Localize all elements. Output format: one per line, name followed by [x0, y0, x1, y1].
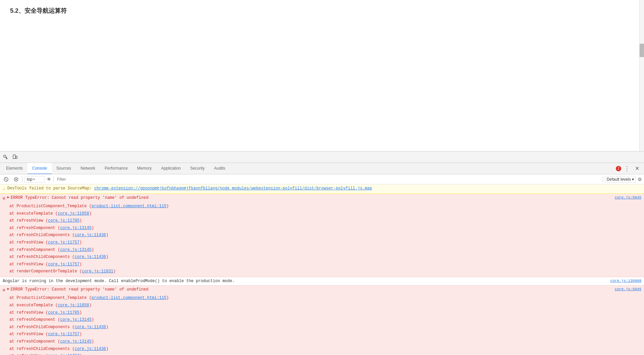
console-error-stack-2: at ProductListComponent_Template (produc…: [0, 295, 644, 355]
eye-icon[interactable]: 👁: [47, 177, 51, 182]
stack-line: at refreshChildComponents (core.js:11436…: [9, 324, 641, 331]
tab-sources[interactable]: Sources: [52, 163, 76, 174]
console-error-stack-1: at ProductListComponent_Template (produc…: [0, 203, 644, 277]
error-header-text-1: ERROR TypeError: Cannot read property 'n…: [11, 195, 148, 201]
stack-line: at refreshView (core.js:11705): [9, 217, 641, 225]
stack-line: at ProductListComponent_Template (produc…: [9, 295, 641, 302]
console-filter-input[interactable]: [56, 176, 601, 182]
stack-link[interactable]: core.js:11436: [74, 255, 106, 259]
tab-application[interactable]: Application: [156, 163, 185, 174]
stack-line: at refreshChildComponents (core.js:11436…: [9, 254, 641, 261]
page-title: 5.2、安全导航运算符: [10, 7, 634, 15]
stack-link[interactable]: core.js:13145: [60, 339, 92, 344]
svg-rect-1: [13, 155, 15, 159]
info-text-angular: Angular is running in the development mo…: [3, 278, 234, 284]
stack-line: at refreshChildComponents (core.js:11436…: [9, 232, 641, 239]
console-error-header-1: ⊘ ▶ ERROR TypeError: Cannot read propert…: [0, 194, 644, 203]
stack-link[interactable]: core.js:11757: [48, 354, 79, 355]
stack-link[interactable]: product-list.component.html:115: [92, 296, 166, 300]
stack-line: at renderComponentOrTemplate (core.js:11…: [9, 268, 641, 275]
svg-line-5: [5, 178, 7, 180]
svg-rect-0: [4, 155, 6, 157]
stack-link[interactable]: core.js:11757: [48, 262, 79, 267]
filter-divider-2: [53, 176, 54, 182]
console-error-group-2: ⊘ ▶ ERROR TypeError: Cannot read propert…: [0, 285, 644, 355]
console-warning-sourcemap-1: ⚠ DevTools failed to parse SourceMap: ch…: [0, 184, 644, 194]
stack-link[interactable]: product-list.component.html:115: [92, 204, 166, 209]
error-icon-2[interactable]: ⊘: [3, 287, 5, 294]
stack-link[interactable]: core.js:11705: [48, 310, 79, 315]
stack-link[interactable]: core.js:11436: [74, 233, 106, 237]
close-devtools-button[interactable]: ✕: [633, 164, 641, 173]
svg-point-7: [15, 179, 17, 180]
stack-line: at executeTemplate (core.js:11858): [9, 302, 641, 309]
stack-link[interactable]: core.js:11436: [74, 325, 106, 329]
device-toolbar-button[interactable]: [11, 153, 19, 162]
stack-link[interactable]: core.js:11436: [74, 347, 106, 351]
devtools-tabs: Elements Console Sources Network Perform…: [0, 163, 644, 174]
devtools-panel: Elements Console Sources Network Perform…: [0, 151, 644, 355]
svg-point-3: [14, 158, 14, 158]
stack-link[interactable]: core.js:11705: [48, 218, 79, 223]
svg-rect-2: [16, 156, 17, 159]
levels-selector[interactable]: Default levels ▾: [605, 176, 636, 183]
stack-line: at refreshComponent (core.js:13145): [9, 338, 641, 346]
stack-line: at refreshView (core.js:11757): [9, 353, 641, 355]
stack-line: at refreshView (core.js:11757): [9, 261, 641, 268]
stack-line: at executeTemplate (core.js:11858): [9, 210, 641, 218]
context-selector[interactable]: top ▾: [24, 176, 45, 183]
more-options-button[interactable]: ⋮: [623, 165, 631, 172]
console-error-group-1: ⊘ ▶ ERROR TypeError: Cannot read propert…: [0, 194, 644, 277]
tab-performance[interactable]: Performance: [100, 163, 132, 174]
tab-security[interactable]: Security: [185, 163, 209, 174]
tab-network[interactable]: Network: [76, 163, 100, 174]
stack-line: at refreshView (core.js:11757): [9, 331, 641, 338]
console-filter-bar: top ▾ 👁 Default levels ▾ ⚙: [0, 174, 644, 184]
stack-link[interactable]: core.js:13145: [60, 248, 92, 252]
stack-line: at refreshChildComponents (core.js:11436…: [9, 346, 641, 353]
filter-toggle-button[interactable]: [12, 175, 20, 183]
devtools-tabs-right: 2 ⋮ ✕: [616, 164, 644, 173]
stack-link[interactable]: core.js:11757: [48, 332, 79, 337]
stack-link[interactable]: core.js:11858: [58, 303, 89, 308]
tab-memory[interactable]: Memory: [132, 163, 156, 174]
stack-line: at ProductListComponent_Template (produc…: [9, 203, 641, 210]
console-settings-icon[interactable]: ⚙: [638, 177, 642, 182]
error-count: 2: [616, 166, 621, 171]
warning-text-1: DevTools failed to parse SourceMap: chro…: [7, 185, 372, 191]
stack-link[interactable]: core.js:13145: [60, 317, 92, 322]
warning-icon-1: ⚠: [3, 186, 5, 192]
tab-audits[interactable]: Audits: [209, 163, 230, 174]
stack-link[interactable]: core.js:11757: [48, 240, 79, 245]
clear-console-button[interactable]: [2, 175, 10, 183]
sourcemap-link-1[interactable]: chrome-extension://gpoonpmhjkofnbhagpmjf…: [94, 186, 372, 191]
devtools-toolbar: [0, 151, 644, 163]
error-expand-2[interactable]: ▶: [7, 286, 9, 292]
error-source-1[interactable]: core.js:5845: [615, 195, 641, 201]
page-scrollbar[interactable]: [639, 0, 644, 151]
error-icon-1[interactable]: ⊘: [3, 195, 5, 202]
console-messages[interactable]: ⚠ DevTools failed to parse SourceMap: ch…: [0, 184, 644, 355]
info-source-angular[interactable]: core.js:139988: [610, 278, 641, 284]
inspect-element-button[interactable]: [1, 153, 10, 162]
error-source-2[interactable]: core.js:5845: [615, 286, 641, 292]
tab-console[interactable]: Console: [28, 163, 52, 174]
error-header-text-2: ERROR TypeError: Cannot read property 'n…: [11, 286, 148, 293]
console-info-angular: Angular is running in the development mo…: [0, 277, 644, 285]
error-badge: 2: [616, 166, 621, 171]
stack-line: at refreshComponent (core.js:13145): [9, 247, 641, 254]
stack-line: at refreshView (core.js:11705): [9, 309, 641, 317]
stack-line: at refreshView (core.js:11757): [9, 239, 641, 247]
stack-link[interactable]: core.js:11831: [82, 269, 113, 274]
filter-divider-3: [603, 176, 603, 182]
stack-line: at refreshComponent (core.js:13145): [9, 316, 641, 324]
filter-divider: [22, 176, 22, 182]
stack-link[interactable]: core.js:11858: [58, 211, 89, 216]
tab-elements[interactable]: Elements: [1, 163, 28, 174]
console-error-header-2: ⊘ ▶ ERROR TypeError: Cannot read propert…: [0, 285, 644, 295]
page-content: 5.2、安全导航运算符: [0, 0, 644, 151]
stack-line: at refreshComponent (core.js:13145): [9, 225, 641, 232]
error-expand-1[interactable]: ▶: [7, 195, 9, 200]
page-scrollbar-thumb: [640, 44, 644, 57]
stack-link[interactable]: core.js:13145: [60, 226, 92, 230]
